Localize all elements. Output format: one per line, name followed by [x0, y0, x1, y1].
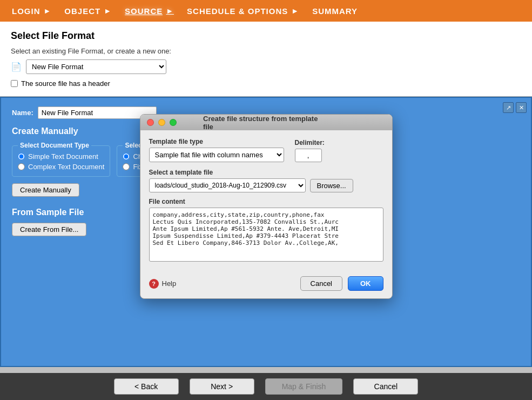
header-checkbox[interactable] — [11, 80, 18, 87]
map-finish-button[interactable]: Map & Finish — [265, 378, 343, 395]
nav-schedule[interactable]: SCHEDULE & OPTIONS ► — [180, 6, 306, 16]
file-icon: 📄 — [11, 62, 22, 72]
delimiter-label: Delimiter: — [295, 139, 325, 146]
blue-panel: ↗ ✕ Name: Create Manually Select Documen… — [0, 97, 532, 367]
nav-login[interactable]: LOGIN ► — [5, 6, 58, 16]
template-type-label: Template file type — [149, 138, 284, 145]
back-button[interactable]: < Back — [114, 378, 179, 395]
bottom-navigation: < Back Next > Map & Finish Cancel — [0, 373, 532, 400]
modal-overlay: Create file structure from template file… — [1, 98, 531, 366]
help-button[interactable]: ? Help — [149, 279, 177, 289]
file-format-dropdown[interactable]: New File Format — [26, 59, 166, 74]
header-checkbox-label: The source file has a header — [21, 79, 110, 88]
nav-arrow-object: ► — [104, 6, 112, 15]
modal-minimize-button[interactable] — [158, 119, 165, 126]
modal-title: Create file structure from template file — [203, 115, 329, 131]
browse-button[interactable]: Browse... — [310, 179, 353, 192]
modal-ok-button[interactable]: OK — [348, 276, 383, 291]
main-content: Select File Format Select an existing Fi… — [0, 22, 532, 97]
file-content-textarea[interactable]: company,address,city,state,zip,country,p… — [149, 208, 383, 262]
help-icon: ? — [149, 279, 159, 289]
modal-cancel-button[interactable]: Cancel — [300, 276, 342, 291]
page-subtitle: Select an existing File Format, or creat… — [11, 47, 521, 55]
nav-arrow-schedule: ► — [291, 6, 299, 15]
delimiter-input[interactable] — [295, 149, 322, 162]
page-title: Select File Format — [11, 30, 521, 42]
modal-maximize-button[interactable] — [170, 119, 177, 126]
top-navigation: LOGIN ► OBJECT ► SOURCE ► SCHEDULE & OPT… — [0, 0, 532, 22]
nav-arrow-source: ► — [166, 6, 174, 15]
modal-body: Template file type Sample flat file with… — [140, 130, 392, 271]
modal-titlebar: Create file structure from template file — [140, 115, 392, 130]
nav-object[interactable]: OBJECT ► — [58, 6, 118, 16]
template-type-dropdown[interactable]: Sample flat file with column names — [149, 148, 284, 162]
modal-dialog: Create file structure from template file… — [140, 114, 393, 299]
cancel-button[interactable]: Cancel — [353, 378, 418, 395]
modal-close-button[interactable] — [147, 119, 154, 126]
select-template-label: Select a template file — [149, 169, 383, 176]
nav-summary[interactable]: SUMMARY — [306, 6, 364, 16]
nav-source[interactable]: SOURCE ► — [118, 6, 180, 16]
modal-footer: ? Help Cancel OK — [140, 271, 392, 298]
next-button[interactable]: Next > — [190, 378, 254, 395]
file-content-label: File content — [149, 198, 383, 205]
nav-arrow-login: ► — [44, 6, 52, 15]
template-file-dropdown[interactable]: loads/cloud_studio_2018-Aug-10_212909.cs… — [149, 178, 306, 192]
